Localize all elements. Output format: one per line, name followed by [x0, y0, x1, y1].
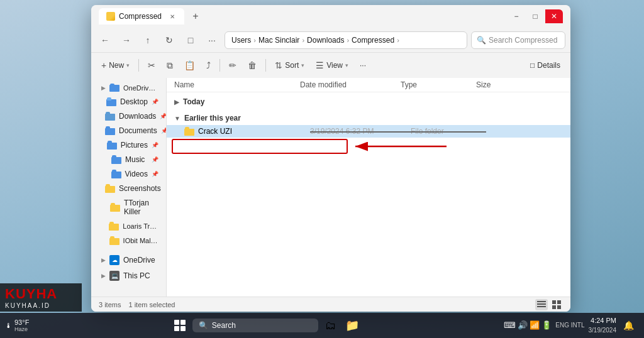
collapse-icon: ▶: [101, 85, 106, 91]
sort-button[interactable]: ⇅ Sort ▾: [270, 58, 309, 73]
maximize-button[interactable]: □: [526, 9, 544, 23]
file-row-crack-uzi[interactable]: Crack UZI 3/19/2024 6:32 PM File folder: [167, 125, 570, 138]
content-area: ▶ OneDrive - Perso... Desktop 📌: [91, 78, 570, 297]
window-controls: − □ ✕: [508, 9, 563, 23]
tray-icon-wifi[interactable]: 📶: [530, 320, 540, 330]
share-icon: ⤴: [206, 60, 211, 70]
paste-icon: 📋: [184, 60, 195, 70]
back-button[interactable]: ←: [96, 31, 114, 49]
breadcrumb-downloads[interactable]: Downloads: [307, 36, 344, 45]
documents-label: Documents: [119, 126, 157, 135]
thispc-icon: 💻: [109, 271, 119, 281]
taskbar-search[interactable]: 🔍 Search: [192, 319, 318, 332]
close-button[interactable]: ✕: [545, 9, 563, 23]
more-options-button[interactable]: ···: [355, 58, 371, 72]
refresh-button[interactable]: ↻: [160, 31, 178, 49]
search-box[interactable]: 🔍 Search Compressed: [471, 31, 565, 49]
notification-button[interactable]: 🔔: [620, 317, 638, 334]
breadcrumb-mac-sinclair[interactable]: Mac Sinclair: [258, 36, 299, 45]
sidebar-item-this-pc[interactable]: ▶ 💻 This PC: [94, 268, 164, 283]
tray-icon-2[interactable]: 🔊: [518, 320, 528, 330]
thispc-label: This PC: [123, 271, 150, 280]
videos-label: Videos: [125, 170, 148, 178]
pin-icon-downloads: 📌: [160, 113, 167, 119]
weather-widget[interactable]: 🌡 93°F Haze: [0, 319, 34, 332]
list-view-button[interactable]: [535, 299, 548, 310]
new-dropdown-icon: ▾: [126, 62, 130, 68]
explorer-taskbar-button[interactable]: 📁: [343, 317, 361, 334]
sidebar-item-ttorjan[interactable]: TTorjan Killer: [94, 196, 164, 219]
tab-close-button[interactable]: ✕: [168, 12, 177, 21]
watermark: KUYHA KUYHAA.ID: [0, 283, 82, 312]
tray-icon-1[interactable]: ⌨: [504, 320, 516, 330]
sort-dropdown-icon: ▾: [301, 62, 304, 68]
copy-icon: ⧉: [167, 60, 173, 71]
sidebar-item-videos[interactable]: Videos 📌: [94, 167, 164, 181]
taskbar-center: 🔍 Search 🗂 📁: [171, 317, 361, 334]
sidebar-item-downloads[interactable]: Downloads 📌: [94, 109, 164, 123]
onedrive-folder-icon: [109, 84, 119, 92]
more-nav-button[interactable]: ···: [203, 31, 221, 49]
col-header-date[interactable]: Date modified: [300, 80, 401, 89]
col-header-type[interactable]: Type: [401, 80, 476, 89]
details-button[interactable]: □ Details: [525, 58, 565, 72]
cut-button[interactable]: ✂: [143, 58, 160, 73]
svg-rect-8: [557, 305, 561, 309]
svg-rect-2: [537, 301, 546, 302]
widgets-button[interactable]: 🗂: [322, 317, 340, 334]
view-button[interactable]: ☰ View ▾: [311, 58, 353, 73]
forward-button[interactable]: →: [118, 31, 135, 49]
share-button[interactable]: ⤴: [201, 58, 216, 73]
up-button[interactable]: ↑: [139, 31, 157, 49]
file-area: Name Date modified Type Size ▶ Today ▼ E…: [167, 78, 570, 297]
rename-icon: ✏: [229, 60, 236, 70]
details-icon: □: [530, 61, 535, 70]
sidebar-item-screenshots[interactable]: Screenshots: [94, 182, 164, 195]
explorer-window: Compressed ✕ + − □ ✕ ← → ↑ ↻ □ ··· Users…: [91, 5, 570, 312]
sidebar-item-iobit[interactable]: IObit Malware F...: [94, 234, 164, 248]
address-bar[interactable]: Users › Mac Sinclair › Downloads › Compr…: [225, 31, 467, 49]
clock[interactable]: 4:24 PM 3/19/2024: [588, 316, 616, 334]
group-today[interactable]: ▶ Today: [167, 92, 570, 109]
minimize-button[interactable]: −: [508, 9, 525, 23]
downloads-label: Downloads: [119, 112, 156, 121]
watermark-subtitle: KUYHAA.ID: [5, 302, 77, 309]
window-tab[interactable]: Compressed ✕: [99, 8, 184, 25]
title-bar: Compressed ✕ + − □ ✕: [91, 5, 570, 28]
paste-button[interactable]: 📋: [179, 58, 200, 73]
music-label: Music: [125, 155, 145, 164]
rename-button[interactable]: ✏: [224, 58, 242, 73]
new-icon: +: [101, 60, 106, 70]
group-earlier[interactable]: ▼ Earlier this year: [167, 109, 570, 125]
details-view-button[interactable]: [550, 299, 563, 310]
view-dropdown-icon: ▾: [345, 62, 348, 68]
sidebar-item-onedrive[interactable]: ▶ ☁ OneDrive: [94, 253, 164, 268]
sidebar-item-loaris[interactable]: Loaris Trojan Re...: [94, 219, 164, 233]
col-header-size[interactable]: Size: [476, 80, 526, 89]
copy-button[interactable]: ⧉: [162, 58, 178, 74]
tray-icon-battery[interactable]: 🔋: [541, 320, 552, 330]
new-tab-button[interactable]: +: [187, 8, 204, 25]
sidebar-item-desktop[interactable]: Desktop 📌: [94, 95, 164, 109]
desktop-label: Desktop: [120, 97, 148, 106]
delete-button[interactable]: 🗑: [243, 58, 262, 73]
start-button[interactable]: [171, 317, 189, 334]
col-header-name[interactable]: Name: [174, 80, 300, 89]
selection-highlight-box: [172, 139, 348, 154]
weather-temp: 93°F: [14, 319, 29, 326]
breadcrumb-compressed[interactable]: Compressed: [352, 36, 394, 45]
svg-rect-7: [552, 305, 556, 309]
sidebar-item-onedrive-perso[interactable]: ▶ OneDrive - Perso...: [94, 81, 164, 94]
new-button[interactable]: + New ▾: [96, 58, 135, 73]
sidebar-item-music[interactable]: Music 📌: [94, 153, 164, 166]
cut-icon: ✂: [148, 60, 155, 70]
onedrive2-label: OneDrive: [123, 256, 155, 264]
pin-icon-desktop: 📌: [152, 99, 158, 105]
language-indicator[interactable]: ENG INTL: [555, 322, 584, 329]
breadcrumb-users[interactable]: Users: [231, 36, 251, 45]
sidebar-item-pictures[interactable]: Pictures 📌: [94, 138, 164, 152]
pin-icon-pictures: 📌: [152, 142, 158, 148]
crack-uzi-type: File folder: [411, 127, 486, 136]
path-picker-button[interactable]: □: [182, 31, 199, 49]
sidebar-item-documents[interactable]: Documents 📌: [94, 124, 164, 138]
